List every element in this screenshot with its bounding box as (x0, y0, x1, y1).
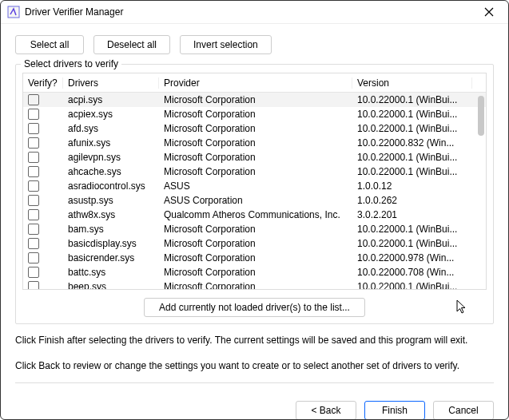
verify-cell[interactable] (23, 209, 63, 221)
driver-cell: afd.sys (63, 123, 159, 134)
app-icon (7, 6, 20, 18)
dialog-body: Select all Deselect all Invert selection… (1, 24, 508, 391)
driver-cell: acpiex.sys (63, 109, 159, 120)
verify-cell[interactable] (23, 152, 63, 164)
back-button[interactable]: < Back (296, 401, 356, 420)
drivers-groupbox: Select drivers to verify Verify? Drivers… (15, 64, 494, 324)
checkbox[interactable] (28, 152, 39, 163)
verify-cell[interactable] (23, 109, 63, 121)
grid-header: Verify? Drivers Provider Version (23, 73, 486, 93)
checkbox[interactable] (28, 166, 39, 177)
provider-cell: Microsoft Corporation (159, 252, 352, 263)
scrollbar-thumb[interactable] (478, 96, 484, 136)
verify-cell[interactable] (23, 166, 63, 178)
separator (15, 382, 494, 383)
table-row[interactable]: athw8x.sysQualcomm Atheros Communication… (23, 208, 486, 222)
driver-cell: acpi.sys (63, 94, 159, 105)
verify-cell[interactable] (23, 137, 63, 149)
version-cell: 10.0.22000.978 (Win... (352, 252, 472, 263)
version-cell: 1.0.0.262 (352, 195, 472, 206)
table-row[interactable]: acpiex.sysMicrosoft Corporation10.0.2200… (23, 107, 486, 121)
checkbox[interactable] (28, 252, 39, 263)
col-version[interactable]: Version (352, 77, 472, 89)
checkbox[interactable] (28, 109, 39, 120)
checkbox[interactable] (28, 195, 39, 206)
checkbox[interactable] (28, 180, 39, 192)
driver-cell: basicdisplay.sys (63, 238, 159, 249)
deselect-all-button[interactable]: Deselect all (93, 35, 170, 54)
checkbox[interactable] (28, 224, 39, 235)
col-drivers[interactable]: Drivers (63, 77, 159, 89)
driver-cell: beep.sys (63, 281, 159, 290)
checkbox[interactable] (28, 209, 39, 220)
checkbox[interactable] (28, 123, 39, 134)
version-cell: 10.0.22000.1 (WinBui... (352, 109, 472, 120)
col-provider[interactable]: Provider (159, 77, 352, 89)
driver-cell: athw8x.sys (63, 209, 159, 220)
table-row[interactable]: bam.sysMicrosoft Corporation10.0.22000.1… (23, 222, 486, 236)
checkbox[interactable] (28, 281, 39, 290)
verify-cell[interactable] (23, 252, 63, 264)
provider-cell: Microsoft Corporation (159, 238, 352, 249)
version-cell: 10.0.22000.1 (WinBui... (352, 238, 472, 249)
provider-cell: ASUS (159, 180, 352, 192)
version-cell: 10.0.22000.1 (WinBui... (352, 152, 472, 163)
driver-cell: agilevpn.sys (63, 152, 159, 163)
driver-cell: afunix.sys (63, 137, 159, 149)
table-row[interactable]: afd.sysMicrosoft Corporation10.0.22000.1… (23, 121, 486, 136)
toolbar: Select all Deselect all Invert selection (15, 35, 494, 54)
grid-body[interactable]: acpi.sysMicrosoft Corporation10.0.22000.… (23, 93, 486, 290)
table-row[interactable]: asradiocontrol.sysASUS1.0.0.12 (23, 179, 486, 193)
checkbox[interactable] (28, 267, 39, 278)
verify-cell[interactable] (23, 281, 63, 290)
table-row[interactable]: asustp.sysASUS Corporation1.0.0.262 (23, 193, 486, 208)
provider-cell: Microsoft Corporation (159, 152, 352, 163)
table-row[interactable]: beep.sysMicrosoft Corporation10.0.22000.… (23, 279, 486, 290)
select-all-button[interactable]: Select all (15, 35, 84, 54)
checkbox[interactable] (28, 137, 39, 149)
version-cell: 10.0.22000.832 (Win... (352, 137, 472, 149)
close-button[interactable] (476, 1, 502, 23)
table-row[interactable]: agilevpn.sysMicrosoft Corporation10.0.22… (23, 150, 486, 164)
footer: < Back Finish Cancel (1, 391, 508, 420)
provider-cell: Microsoft Corporation (159, 109, 352, 120)
verify-cell[interactable] (23, 180, 63, 192)
version-cell: 1.0.0.12 (352, 180, 472, 192)
verify-cell[interactable] (23, 123, 63, 135)
driver-cell: ahcache.sys (63, 166, 159, 177)
provider-cell: Microsoft Corporation (159, 137, 352, 149)
verify-cell[interactable] (23, 195, 63, 207)
verify-cell[interactable] (23, 238, 63, 250)
invert-selection-button[interactable]: Invert selection (180, 35, 272, 54)
table-row[interactable]: afunix.sysMicrosoft Corporation10.0.2200… (23, 136, 486, 150)
checkbox[interactable] (28, 94, 39, 105)
add-driver-button[interactable]: Add currently not loaded driver(s) to th… (144, 298, 365, 317)
verify-cell[interactable] (23, 267, 63, 279)
driver-grid: Verify? Drivers Provider Version acpi.sy… (22, 73, 487, 290)
version-cell: 10.0.22000.1 (WinBui... (352, 166, 472, 177)
window-title: Driver Verifier Manager (25, 6, 476, 18)
titlebar: Driver Verifier Manager (1, 1, 508, 24)
provider-cell: Microsoft Corporation (159, 224, 352, 235)
verify-cell[interactable] (23, 224, 63, 236)
table-row[interactable]: ahcache.sysMicrosoft Corporation10.0.220… (23, 164, 486, 179)
table-row[interactable]: acpi.sysMicrosoft Corporation10.0.22000.… (23, 93, 486, 107)
provider-cell: Microsoft Corporation (159, 267, 352, 278)
version-cell: 10.0.22000.1 (WinBui... (352, 94, 472, 105)
driver-cell: asradiocontrol.sys (63, 180, 159, 192)
version-cell: 10.0.22000.1 (WinBui... (352, 224, 472, 235)
table-row[interactable]: basicrender.sysMicrosoft Corporation10.0… (23, 251, 486, 265)
mouse-cursor-icon (456, 299, 467, 318)
version-cell: 10.0.22000.1 (WinBui... (352, 123, 472, 134)
table-row[interactable]: battc.sysMicrosoft Corporation10.0.22000… (23, 265, 486, 279)
checkbox[interactable] (28, 238, 39, 249)
table-row[interactable]: basicdisplay.sysMicrosoft Corporation10.… (23, 236, 486, 251)
cancel-button[interactable]: Cancel (433, 401, 494, 420)
finish-button[interactable]: Finish (364, 401, 425, 420)
close-icon (484, 7, 494, 17)
col-verify[interactable]: Verify? (23, 77, 63, 89)
provider-cell: Microsoft Corporation (159, 123, 352, 134)
version-cell: 10.0.22000.708 (Win... (352, 267, 472, 278)
provider-cell: Microsoft Corporation (159, 166, 352, 177)
verify-cell[interactable] (23, 94, 63, 106)
